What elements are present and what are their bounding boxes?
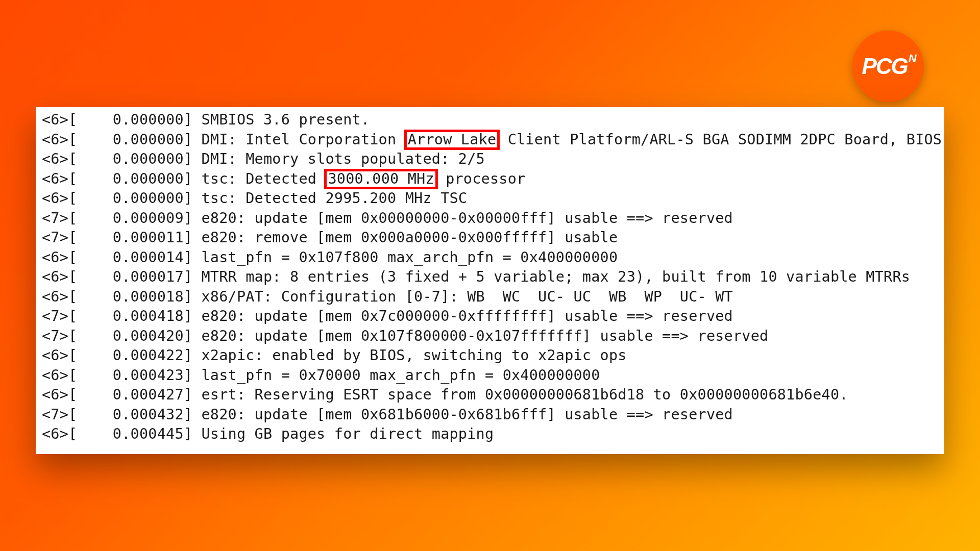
log-prefix: <7>[ 0.000418] bbox=[42, 308, 201, 324]
log-text: DMI: Memory slots populated: 2/5 bbox=[201, 151, 484, 167]
kernel-log: <6>[ 0.000000] SMBIOS 3.6 present.<6>[ 0… bbox=[36, 107, 944, 450]
badge-sup: N bbox=[909, 52, 916, 65]
log-prefix: <6>[ 0.000000] bbox=[42, 190, 201, 207]
log-prefix: <6>[ 0.000000] bbox=[42, 111, 201, 128]
log-prefix: <7>[ 0.000432] bbox=[42, 406, 201, 423]
log-text: e820: update [mem 0x00000000-0x00000fff]… bbox=[201, 210, 733, 227]
log-line: <6>[ 0.000000] tsc: Detected 3000.000 MH… bbox=[42, 169, 938, 189]
log-prefix: <6>[ 0.000018] bbox=[42, 288, 201, 305]
log-line: <6>[ 0.000422] x2apic: enabled by BIOS, … bbox=[42, 346, 938, 366]
log-text: e820: remove [mem 0x000a0000-0x000fffff]… bbox=[201, 229, 618, 246]
badge-main: PCG bbox=[862, 54, 907, 79]
log-line: <7>[ 0.000011] e820: remove [mem 0x000a0… bbox=[42, 228, 938, 248]
log-prefix: <6>[ 0.000422] bbox=[42, 347, 201, 364]
badge-text: PCGN bbox=[862, 55, 914, 78]
log-prefix: <6>[ 0.000423] bbox=[42, 367, 201, 384]
background: PCGN <6>[ 0.000000] SMBIOS 3.6 present.<… bbox=[0, 0, 980, 551]
log-line: <6>[ 0.000000] SMBIOS 3.6 present. bbox=[42, 110, 938, 130]
log-text: MTRR map: 8 entries (3 fixed + 5 variabl… bbox=[201, 268, 910, 285]
log-line: <7>[ 0.000009] e820: update [mem 0x00000… bbox=[42, 209, 938, 229]
log-text: x86/PAT: Configuration [0-7]: WB WC UC- … bbox=[201, 288, 733, 305]
log-line: <6>[ 0.000427] esrt: Reserving ESRT spac… bbox=[42, 385, 938, 405]
log-line: <6>[ 0.000018] x86/PAT: Configuration [0… bbox=[42, 287, 938, 307]
log-text: tsc: Detected 2995.200 MHz TSC bbox=[201, 190, 467, 207]
log-text: tsc: Detected bbox=[201, 170, 325, 187]
log-text: Using GB pages for direct mapping bbox=[201, 425, 494, 442]
log-text: e820: update [mem 0x7c000000-0xffffffff]… bbox=[201, 308, 733, 324]
log-prefix: <6>[ 0.000000] bbox=[42, 131, 201, 148]
log-text: x2apic: enabled by BIOS, switching to x2… bbox=[201, 347, 626, 364]
log-prefix: <7>[ 0.000009] bbox=[42, 210, 201, 227]
highlight-arrow-lake: Arrow Lake bbox=[404, 130, 500, 150]
log-text: DMI: Intel Corporation bbox=[201, 131, 405, 148]
log-prefix: <6>[ 0.000017] bbox=[42, 268, 201, 285]
log-line: <6>[ 0.000014] last_pfn = 0x107f800 max_… bbox=[42, 248, 938, 268]
log-line: <6>[ 0.000423] last_pfn = 0x70000 max_ar… bbox=[42, 366, 938, 386]
log-text: e820: update [mem 0x107f800000-0x107ffff… bbox=[201, 328, 768, 344]
log-line: <7>[ 0.000418] e820: update [mem 0x7c000… bbox=[42, 307, 938, 327]
pcgn-badge: PCGN bbox=[852, 31, 924, 102]
log-text: last_pfn = 0x70000 max_arch_pfn = 0x4000… bbox=[201, 367, 600, 384]
log-text: SMBIOS 3.6 present. bbox=[201, 111, 370, 128]
log-line: <7>[ 0.000420] e820: update [mem 0x107f8… bbox=[42, 327, 938, 346]
log-text: e820: update [mem 0x681b6000-0x681b6fff]… bbox=[201, 406, 733, 423]
log-line: <7>[ 0.000432] e820: update [mem 0x681b6… bbox=[42, 405, 938, 425]
log-prefix: <7>[ 0.000011] bbox=[42, 229, 201, 246]
log-prefix: <6>[ 0.000000] bbox=[42, 170, 201, 187]
log-text: esrt: Reserving ESRT space from 0x000000… bbox=[201, 386, 848, 403]
log-line: <6>[ 0.000445] Using GB pages for direct… bbox=[42, 424, 938, 444]
log-line: <6>[ 0.000017] MTRR map: 8 entries (3 fi… bbox=[42, 267, 938, 287]
log-line: <6>[ 0.000000] tsc: Detected 2995.200 MH… bbox=[42, 189, 938, 209]
log-prefix: <6>[ 0.000427] bbox=[42, 386, 201, 403]
log-line: <6>[ 0.000000] DMI: Memory slots populat… bbox=[42, 149, 938, 169]
log-panel: <6>[ 0.000000] SMBIOS 3.6 present.<6>[ 0… bbox=[36, 107, 944, 454]
log-text: processor bbox=[437, 170, 526, 187]
log-prefix: <6>[ 0.000445] bbox=[42, 425, 201, 442]
log-prefix: <6>[ 0.000014] bbox=[42, 249, 201, 266]
log-text: last_pfn = 0x107f800 max_arch_pfn = 0x40… bbox=[201, 249, 618, 266]
log-text: Client Platform/ARL-S BGA SODIMM 2DPC Bo… bbox=[499, 131, 942, 148]
highlight-mhz: 3000.000 MHz bbox=[324, 169, 437, 189]
log-prefix: <6>[ 0.000000] bbox=[42, 151, 201, 167]
log-prefix: <7>[ 0.000420] bbox=[42, 328, 201, 344]
log-line: <6>[ 0.000000] DMI: Intel Corporation Ar… bbox=[42, 130, 938, 150]
